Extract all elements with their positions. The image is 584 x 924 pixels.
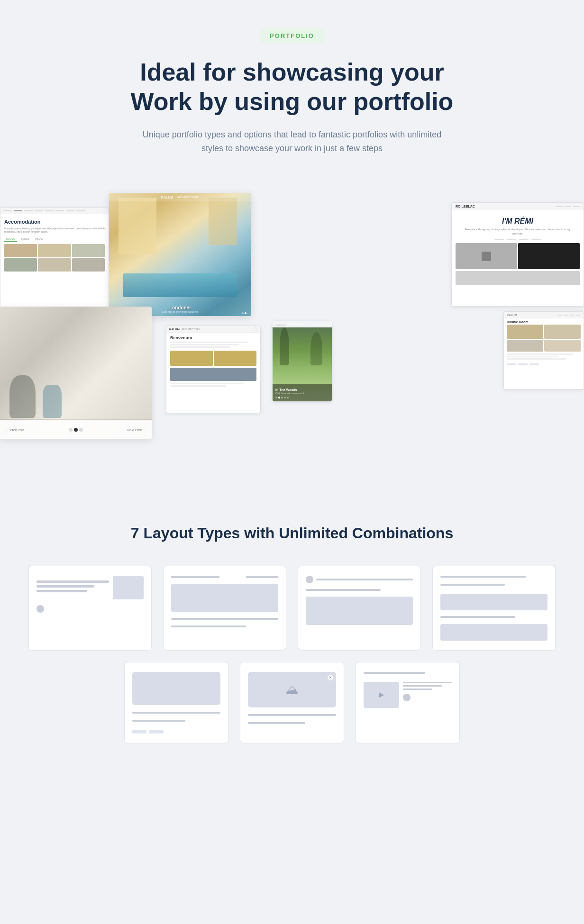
- screen-remi: RO LEBLAC I'M RÉMI Freelance designer, p…: [451, 202, 584, 307]
- lt2-image: [171, 584, 278, 612]
- lt5-tag2: [149, 730, 164, 734]
- benvenuto-nav: KALUM ARCHITECTURE: [166, 326, 260, 333]
- lt5-tags: [132, 730, 220, 734]
- remi-nav: RO LEBLAC: [452, 203, 584, 210]
- lt1-text: [36, 580, 109, 595]
- dr-details: [504, 352, 584, 362]
- layout-grid-row1: [28, 566, 556, 651]
- dr-title: Double Room: [504, 318, 584, 325]
- interior-pagination: [69, 428, 83, 432]
- lt6-line1: [248, 714, 336, 716]
- lt6-image-area: ✕ ⛰: [248, 672, 336, 707]
- lt7-text: [403, 682, 452, 708]
- dr-amenities: [504, 362, 584, 367]
- layout-type-5: [124, 662, 228, 743]
- lt7-heart-icon: [403, 694, 411, 701]
- layout-type-1: [28, 566, 152, 651]
- lt3-image: [306, 597, 413, 625]
- londoner-bg: KALUM ARCHITECTURE Londoner Click here t…: [109, 193, 251, 316]
- lt1-image: [113, 576, 144, 599]
- lt2-line1: [171, 618, 278, 620]
- lt6-close-icon[interactable]: ✕: [328, 675, 333, 680]
- layout-type-4: [432, 566, 556, 651]
- mosaic-container: Accomodation Many desktop publishing pac…: [0, 193, 584, 468]
- portfolio-badge: PORTFOLIO: [260, 28, 324, 43]
- screen-benvenuto: KALUM ARCHITECTURE Benvenuto: [166, 326, 261, 413]
- accommodation-tabs: ROOMS SUITES VILLAS: [4, 236, 105, 242]
- londoner-label: Londoner Click here to know more about i…: [162, 305, 199, 313]
- londoner-dots: [242, 312, 246, 314]
- lt4-image2: [440, 624, 548, 641]
- accommodation-content: Accomodation Many desktop publishing pac…: [0, 216, 109, 274]
- accommodation-title: Accomodation: [4, 219, 105, 225]
- layout-type-3: [298, 566, 421, 651]
- lt3-icon: [306, 576, 313, 583]
- lt1-content: [36, 576, 144, 599]
- remi-nav-links: [452, 239, 584, 240]
- remi-title: I'M RÉMI: [452, 210, 584, 227]
- mosaic-section: Accomodation Many desktop publishing pac…: [0, 183, 584, 506]
- lt6-line2: [248, 722, 305, 724]
- page-subtitle: Unique portfolio types and options that …: [131, 128, 453, 155]
- screen-interior: ← Prev Post Next Post →: [0, 307, 152, 439]
- screen-woods: KALUM ART VISIONS In The Woods Click her…: [273, 321, 332, 401]
- londoner-nav: KALUM ARCHITECTURE: [109, 193, 251, 201]
- layout-section: 7 Layout Types with Unlimited Combinatio…: [0, 506, 584, 772]
- layout-type-7: [356, 662, 460, 743]
- lt7-video: [364, 682, 399, 708]
- main-title: Ideal for showcasing your Work by using …: [95, 57, 489, 117]
- lt7-text-line3: [403, 688, 432, 690]
- lt5-line2: [132, 720, 185, 722]
- lt3-header: [306, 576, 413, 583]
- dr-images: [504, 325, 584, 352]
- lt6-photo-icon: ⛰: [285, 682, 299, 698]
- lt7-line1: [364, 672, 425, 674]
- dr-nav: KALUM: [504, 312, 584, 318]
- lt7-play-icon: [379, 692, 384, 698]
- lt4-line2: [440, 584, 505, 586]
- woods-overlay: In The Woods Click here to know more inf…: [273, 384, 332, 401]
- layout-type-2: [163, 566, 286, 651]
- benvenuto-title: Benvenuto: [166, 333, 260, 342]
- benvenuto-bottom: [166, 381, 260, 389]
- header-section: PORTFOLIO Ideal for showcasing your Work…: [0, 28, 584, 183]
- screen-londoner: KALUM ARCHITECTURE Londoner Click here t…: [109, 193, 251, 316]
- benvenuto-desc: [166, 342, 260, 351]
- accommodation-desc: Many desktop publishing packages and web…: [4, 227, 105, 234]
- page-wrapper: PORTFOLIO Ideal for showcasing your Work…: [0, 0, 584, 810]
- screen-double-room: KALUM Double Room: [503, 311, 584, 390]
- remi-subtitle: Freelance designer, photographer & devel…: [452, 227, 584, 239]
- lt7-content: [364, 682, 452, 708]
- layout-title: 7 Layout Types with Unlimited Combinatio…: [28, 525, 556, 542]
- lt3-title: [316, 579, 413, 580]
- lt5-image: [132, 672, 220, 705]
- screen-accommodation: Accomodation Many desktop publishing pac…: [0, 207, 109, 314]
- dr-nav-links: [557, 315, 581, 316]
- woods-bg: In The Woods Click here to know more inf…: [273, 327, 332, 401]
- lt3-line: [306, 589, 381, 591]
- layout-grid-row2: ✕ ⛰: [28, 662, 556, 743]
- lt2-header: [171, 576, 278, 578]
- interior-footer: ← Prev Post Next Post →: [0, 420, 152, 439]
- lt1-icon: [36, 605, 44, 613]
- layout-type-6: ✕ ⛰: [240, 662, 344, 743]
- lt7-text-line1: [403, 682, 452, 683]
- lt4-line1: [440, 576, 526, 578]
- benvenuto-images: [166, 351, 260, 381]
- woods-nav: KALUM ART VISIONS: [273, 321, 332, 327]
- lt4-line3: [440, 616, 515, 618]
- accommodation-images: [4, 244, 105, 272]
- lt7-text-line2: [403, 685, 442, 687]
- interior-bg: ← Prev Post Next Post →: [0, 307, 152, 439]
- woods-dots: [275, 397, 329, 399]
- lt5-line1: [132, 712, 220, 714]
- lt5-tag1: [132, 730, 146, 734]
- lt2-line2: [171, 625, 246, 627]
- lt4-image: [440, 594, 548, 610]
- remi-images: [452, 243, 584, 285]
